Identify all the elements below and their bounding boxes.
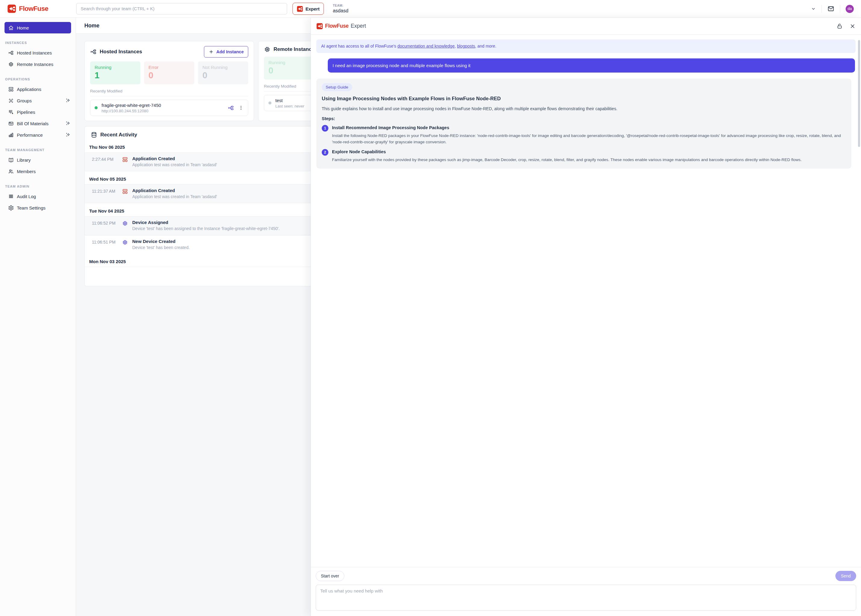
- library-icon: [8, 157, 14, 163]
- activity-time: 2:27:44 PM: [92, 156, 118, 162]
- members-icon: [8, 168, 14, 174]
- brand-name: FlowFuse: [19, 5, 48, 13]
- sidebar-item-team-settings[interactable]: Team Settings: [0, 202, 76, 214]
- status-dot-offline: [268, 101, 271, 104]
- sidebar-section-label: TEAM ADMIN: [5, 185, 76, 188]
- instance-name: fragile-great-white-egret-7450: [102, 102, 161, 108]
- activity-time: 11:06:52 PM: [92, 220, 118, 226]
- setup-guide-badge: Setup Guide: [322, 83, 352, 91]
- sidebar-item-label: Applications: [17, 87, 41, 92]
- projects-icon: [8, 50, 14, 56]
- audit-log-icon: [8, 193, 14, 199]
- chat-messages: AI agent has access to all of FlowFuse's…: [311, 35, 430, 308]
- sidebar: Home INSTANCESHosted InstancesRemote Ins…: [0, 18, 76, 308]
- step-title: Install Recommended Image Processing Nod…: [332, 125, 430, 131]
- chip-icon: [122, 239, 128, 245]
- activity-detail: Application test was created in Team 'as…: [132, 162, 217, 167]
- step-title: Explore Node Capabilities: [332, 149, 430, 155]
- guide-step: 1Install Recommended Image Processing No…: [322, 125, 430, 145]
- chip-icon: [8, 61, 14, 67]
- sidebar-section-label: INSTANCES: [5, 41, 76, 44]
- hosted-instances-card: Hosted Instances Add Instance Running1Er…: [84, 41, 254, 121]
- sidebar-item-remote-instances[interactable]: Remote Instances: [0, 58, 76, 70]
- sidebar-item-label: Library: [17, 157, 31, 163]
- team-name: asdasd: [333, 8, 349, 14]
- activity-body: Application CreatedApplication test was …: [132, 156, 217, 167]
- user-message: I need an image processing node and mult…: [328, 58, 430, 72]
- step-text: Familiarize yourself with the nodes prov…: [332, 157, 430, 163]
- sidebar-item-label: Home: [17, 25, 29, 30]
- step-number: 2: [322, 149, 328, 156]
- sidebar-item-performance[interactable]: Performance: [0, 129, 76, 141]
- sidebar-item-label: Groups: [17, 98, 31, 103]
- activity-detail: Device 'test' has been created.: [132, 245, 190, 250]
- pipelines-icon: [8, 109, 14, 115]
- page-title: Home: [84, 23, 99, 29]
- flowfuse-logo[interactable]: FlowFuse: [7, 4, 76, 13]
- step-number: 1: [322, 125, 328, 132]
- sidebar-item-label: Pipelines: [17, 110, 35, 115]
- status-dot-running: [94, 106, 98, 109]
- groups-icon: [8, 98, 14, 104]
- assistant-message: Setup Guide Using Image Processing Nodes…: [316, 79, 430, 168]
- projects-icon: [90, 49, 97, 55]
- plus-icon: [208, 49, 214, 55]
- stat-value: 1: [94, 71, 136, 80]
- home-icon: [8, 25, 14, 31]
- performance-icon: [8, 132, 14, 138]
- sparkle: [65, 132, 71, 138]
- applications-icon: [8, 86, 14, 92]
- add-instance-button[interactable]: Add Instance: [204, 46, 248, 58]
- sidebar-item-groups[interactable]: Groups: [0, 95, 76, 106]
- notice-text: AI agent has access to all of FlowFuse's: [321, 44, 397, 49]
- team-selector[interactable]: TEAM: asdasd: [333, 4, 349, 14]
- instance-url[interactable]: http://100.80.244.55:12080: [102, 109, 161, 113]
- recent-activity-title: Recent Activity: [100, 132, 137, 138]
- sidebar-item-audit-log[interactable]: Audit Log: [0, 190, 76, 202]
- activity-time: 11:06:51 PM: [92, 239, 118, 245]
- sidebar-item-label: Bill Of Materials: [17, 121, 49, 126]
- stat-label: Running: [94, 65, 136, 70]
- device-last-seen: Last seen: never: [275, 104, 304, 108]
- open-editor-icon[interactable]: [228, 105, 234, 111]
- stat-label: Running: [268, 60, 309, 65]
- sidebar-item-label: Team Settings: [17, 205, 46, 211]
- kebab-menu-icon[interactable]: [238, 105, 244, 110]
- instance-row[interactable]: fragile-great-white-egret-7450 http://10…: [90, 100, 248, 116]
- sidebar-item-library[interactable]: Library: [0, 154, 76, 166]
- guide-heading: Using Image Processing Nodes with Exampl…: [322, 95, 430, 102]
- settings-icon: [8, 205, 14, 211]
- guide-intro: This guide explains how to install and u…: [322, 105, 430, 112]
- sidebar-item-pipelines[interactable]: Pipelines: [0, 106, 76, 118]
- applications-icon: [122, 189, 128, 195]
- sidebar-item-applications[interactable]: Applications: [0, 83, 76, 95]
- stat-value: 0: [268, 66, 309, 75]
- steps-label: Steps:: [322, 116, 430, 121]
- stat-value: 0: [148, 71, 190, 80]
- stat-label: Not Running: [203, 65, 244, 70]
- top-header: FlowFuse Expert TEAM: asdasd da: [0, 0, 430, 18]
- activity-detail: Device 'test' has been assigned to the I…: [132, 226, 280, 231]
- expert-button[interactable]: Expert: [293, 3, 324, 15]
- search-input[interactable]: [76, 3, 287, 14]
- sparkle: [65, 121, 71, 126]
- activity-body: Device AssignedDevice 'test' has been as…: [132, 220, 280, 231]
- sparkle: [65, 98, 71, 103]
- activity-title: New Device Created: [132, 239, 190, 244]
- sidebar-item-bill-of-materials[interactable]: Bill Of Materials: [0, 118, 76, 129]
- sidebar-item-members[interactable]: Members: [0, 166, 76, 177]
- documentation-link[interactable]: documentation and knowledge: [397, 44, 430, 49]
- expert-panel: FlowFuse Expert AI agent has access to a…: [311, 18, 430, 308]
- expert-button-label: Expert: [305, 6, 320, 11]
- sidebar-section-label: TEAM MANAGEMENT: [5, 148, 76, 152]
- stat-value: 0: [203, 71, 244, 80]
- flowfuse-logo-icon: [7, 4, 16, 13]
- recently-modified-label: Recently Modified: [90, 89, 248, 96]
- activity-detail: Application test was created in Team 'as…: [132, 194, 217, 199]
- sidebar-item-hosted-instances[interactable]: Hosted Instances: [0, 47, 76, 58]
- step-text: Install the following Node-RED packages …: [332, 132, 430, 145]
- expert-button-icon: [297, 6, 303, 12]
- sidebar-item-home[interactable]: Home: [5, 22, 71, 33]
- add-instance-label: Add Instance: [216, 49, 244, 54]
- stat-label: Error: [148, 65, 190, 70]
